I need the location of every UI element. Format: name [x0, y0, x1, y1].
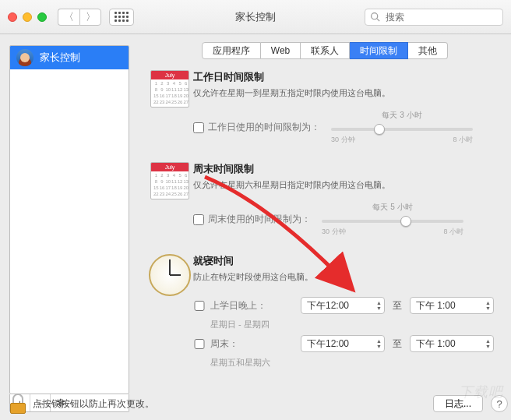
- weekend-night-from[interactable]: 下午12:00 ▲▼: [301, 335, 385, 352]
- weekend-night-label: 周末：: [210, 337, 296, 351]
- svg-point-0: [372, 12, 378, 19]
- weekday-slider-min: 30 分钟: [331, 135, 355, 145]
- svg-line-1: [377, 18, 379, 20]
- bedtime-section: 就寝时间 防止在特定时段使用这台电脑。 上学日晚上： 下午12:00 ▲▼ 至 …: [146, 254, 506, 369]
- help-button[interactable]: ?: [491, 395, 508, 412]
- weekend-slider-min: 30 分钟: [322, 227, 346, 237]
- show-all-button[interactable]: [109, 9, 134, 26]
- school-night-from[interactable]: 下午12:00 ▲▼: [301, 297, 385, 314]
- tab-web[interactable]: Web: [261, 42, 301, 59]
- sidebar: 家长控制 + − ✻: [0, 34, 139, 420]
- calendar-icon: July 12345678910111213141516171819202122…: [150, 70, 189, 108]
- school-night-sub: 星期日 - 星期四: [210, 319, 296, 330]
- tab-time-limits[interactable]: 时间限制: [350, 42, 408, 59]
- school-night-label: 上学日晚上：: [210, 299, 296, 312]
- search-input[interactable]: [365, 9, 503, 26]
- weekday-check-label: 工作日使用的时间限制为：: [208, 121, 320, 134]
- school-night-checkbox[interactable]: [193, 301, 206, 311]
- to-label: 至: [389, 299, 405, 312]
- weekday-section: July 12345678910111213141516171819202122…: [146, 70, 506, 145]
- footer: 点按锁按钮以防止再次更改。 日志... ?: [9, 394, 508, 414]
- weekend-section: July 12345678910111213141516171819202122…: [146, 162, 506, 237]
- weekend-checkbox[interactable]: [193, 214, 204, 225]
- forward-button[interactable]: 〉: [79, 9, 101, 26]
- grid-icon: [115, 12, 129, 22]
- time-value: 下午12:00: [307, 299, 349, 312]
- weekend-desc: 仅允许在星期六和星期日指定时限内使用这台电脑。: [193, 179, 506, 191]
- back-button[interactable]: 〈: [58, 9, 79, 26]
- bedtime-title: 就寝时间: [193, 254, 506, 268]
- stepper-arrows[interactable]: ▲▼: [485, 338, 491, 349]
- stepper-arrows[interactable]: ▲▼: [376, 338, 382, 349]
- tab-other[interactable]: 其他: [408, 42, 448, 59]
- bedtime-desc: 防止在特定时段使用这台电脑。: [193, 271, 506, 283]
- weekend-night-sub: 星期五和星期六: [210, 357, 296, 369]
- nav-buttons: 〈 〉: [58, 9, 101, 26]
- school-night-to[interactable]: 下午 1:00 ▲▼: [410, 297, 494, 314]
- avatar-icon: [16, 49, 33, 66]
- to-label: 至: [389, 337, 405, 351]
- weekend-slider[interactable]: [322, 220, 463, 223]
- lock-text: 点按锁按钮以防止再次更改。: [33, 397, 154, 411]
- zoom-icon[interactable]: [37, 12, 47, 22]
- weekday-desc: 仅允许在星期一到星期五指定时限内使用这台电脑。: [193, 87, 506, 99]
- calendar-icon: July 12345678910111213141516171819202122…: [150, 162, 189, 199]
- tab-contacts[interactable]: 联系人: [301, 42, 350, 59]
- weekend-night-to[interactable]: 下午 1:00 ▲▼: [410, 335, 494, 352]
- titlebar: 〈 〉 家长控制: [0, 0, 511, 34]
- weekday-slider[interactable]: [331, 128, 473, 131]
- time-value: 下午12:00: [307, 337, 349, 351]
- minimize-icon[interactable]: [23, 12, 32, 22]
- main-panel: 应用程序 Web 联系人 时间限制 其他 July 12345678910111…: [139, 34, 511, 420]
- sidebar-item-label: 家长控制: [40, 51, 80, 65]
- user-list[interactable]: 家长控制: [9, 45, 129, 394]
- logs-button[interactable]: 日志...: [433, 395, 483, 412]
- time-value: 下午 1:00: [416, 299, 456, 312]
- weekday-title: 工作日时间限制: [193, 70, 506, 84]
- weekend-title: 周末时间限制: [193, 162, 506, 176]
- tab-apps[interactable]: 应用程序: [202, 42, 261, 59]
- search-icon: [370, 12, 380, 22]
- weekday-checkbox[interactable]: [193, 122, 204, 133]
- weekend-check-label: 周末使用的时间限制为：: [208, 213, 311, 226]
- weekend-slider-max: 8 小时: [443, 227, 463, 237]
- tab-bar: 应用程序 Web 联系人 时间限制 其他: [202, 42, 448, 59]
- clock-icon: [149, 254, 191, 296]
- weekday-slider-value: 每天 3 小时: [331, 110, 473, 121]
- stepper-arrows[interactable]: ▲▼: [376, 300, 382, 311]
- search-field[interactable]: [365, 9, 503, 26]
- time-value: 下午 1:00: [416, 337, 456, 351]
- close-icon[interactable]: [8, 12, 17, 22]
- weekday-slider-max: 8 小时: [453, 135, 473, 145]
- weekend-slider-value: 每天 5 小时: [322, 202, 463, 213]
- stepper-arrows[interactable]: ▲▼: [485, 300, 491, 311]
- window-controls: [8, 12, 47, 22]
- weekend-night-checkbox[interactable]: [193, 339, 206, 349]
- lock-icon[interactable]: [9, 394, 26, 414]
- sidebar-item-parental[interactable]: 家长控制: [10, 46, 129, 69]
